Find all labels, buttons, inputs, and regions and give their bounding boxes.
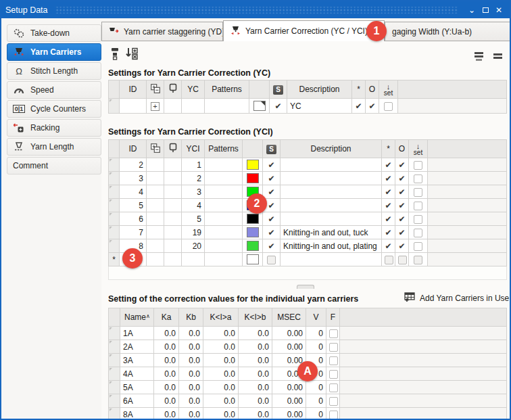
carrier-name-cell[interactable]: 5A [120,381,154,394]
v-cell[interactable]: 0 [306,408,326,420]
carrier-name-cell[interactable]: 4A [120,367,154,381]
sidebar-item-cycle-counters[interactable]: 0|1 Cycle Counters [7,100,101,118]
yci-description-cell[interactable]: Knitting-in and out, tuck [281,226,382,239]
row-selector[interactable] [109,199,120,212]
yci-color-cell[interactable] [243,239,263,253]
yci-color-cell[interactable] [243,226,263,239]
kb-cell[interactable]: 0.0 [179,327,203,340]
yci-set-checkbox[interactable] [409,253,428,266]
wide-row-height-icon[interactable] [489,48,506,64]
add-yarn-carriers-button[interactable]: Add Yarn Carriers in Use [404,292,509,304]
msec-cell[interactable]: 0.00 [272,327,306,340]
yci-value-cell[interactable]: 19 [182,226,205,239]
yc-o-cell[interactable]: ✔ [366,99,379,114]
yc-color-cell[interactable] [249,99,270,114]
yci-s-cell[interactable]: ✔ [263,172,281,185]
yci-description-cell[interactable] [281,253,382,266]
yci-color-swatch[interactable] [247,254,259,264]
yci-star-cell[interactable]: ✔ [382,158,395,172]
row-selector[interactable] [109,340,120,354]
kia-cell[interactable]: 0.0 [203,381,239,394]
yci-value-cell[interactable]: 20 [182,239,205,253]
f-checkbox[interactable] [326,408,340,420]
yci-set-checkbox[interactable] [409,239,428,253]
yci-value-cell[interactable]: 3 [182,185,205,199]
yci-id-cell[interactable]: 7 [120,226,147,239]
yci-expand-cell[interactable] [147,239,164,253]
yci-o-cell[interactable]: ✔ [395,172,409,185]
kib-cell[interactable]: 0.0 [239,394,272,408]
yci-color-cell[interactable] [243,253,263,266]
yci-star-cell[interactable] [382,253,395,266]
maximize-icon[interactable] [479,3,492,16]
sidebar-item-stitch-length[interactable]: Ω Stitch Length [7,62,101,80]
yci-star-cell[interactable]: ✔ [382,199,395,212]
yc-color-swatch[interactable] [253,101,266,111]
yci-carrier-cell[interactable] [164,199,182,212]
yci-s-cell[interactable]: ✔ [263,239,281,253]
v-cell[interactable]: 0 [306,340,326,354]
yci-o-cell[interactable]: ✔ [395,199,409,212]
sidebar-item-take-down[interactable]: Take-down [7,24,101,42]
ka-cell[interactable]: 0.0 [154,367,179,381]
yci-id-cell[interactable]: 5 [120,199,147,212]
kia-cell[interactable]: 0.0 [203,367,239,381]
v-cell[interactable]: 0 [306,381,326,394]
yci-set-checkbox[interactable] [409,158,428,172]
yci-o-cell[interactable]: ✔ [395,158,409,172]
yci-description-cell[interactable] [281,212,382,226]
row-selector[interactable] [109,226,120,239]
yci-patterns-cell[interactable] [205,226,243,239]
close-icon[interactable]: ✕ [492,3,506,16]
yci-description-cell[interactable] [281,172,382,185]
kib-cell[interactable]: 0.0 [239,327,272,340]
yc-value-cell[interactable] [182,99,205,114]
yci-color-swatch[interactable] [247,241,259,251]
kia-cell[interactable]: 0.0 [203,354,239,367]
kb-cell[interactable]: 0.0 [179,381,203,394]
row-selector[interactable] [109,99,120,114]
msec-cell[interactable]: 0.00 [272,408,306,420]
yci-s-cell[interactable] [263,253,281,266]
yci-s-cell[interactable]: ✔ [263,185,281,199]
kia-cell[interactable]: 0.0 [203,340,239,354]
correction-col-name[interactable]: Name∧ [120,308,154,327]
ka-cell[interactable]: 0.0 [154,340,179,354]
sidebar-item-comment[interactable]: Comment [7,157,101,174]
yci-star-cell[interactable]: ✔ [382,185,395,199]
yci-o-cell[interactable]: ✔ [395,239,409,253]
yci-carrier-cell[interactable] [164,185,182,199]
yci-value-cell[interactable]: 2 [182,172,205,185]
yci-patterns-cell[interactable] [205,199,243,212]
v-cell[interactable]: 0 [306,327,326,340]
yci-patterns-cell[interactable] [205,158,243,172]
yci-value-cell[interactable]: 1 [182,158,205,172]
row-selector[interactable] [109,158,120,172]
yci-id-cell[interactable]: 4 [120,185,147,199]
yci-set-checkbox[interactable] [409,185,428,199]
yci-star-cell[interactable]: ✔ [382,239,395,253]
new-row-marker[interactable]: * [109,253,120,266]
yci-star-cell[interactable]: ✔ [382,172,395,185]
yci-expand-cell[interactable] [147,212,164,226]
row-selector[interactable] [109,408,120,420]
kib-cell[interactable]: 0.0 [239,408,272,420]
row-selector[interactable] [109,239,120,253]
yci-carrier-cell[interactable] [164,226,182,239]
yci-set-checkbox[interactable] [409,212,428,226]
yci-value-cell[interactable] [182,253,205,266]
ka-cell[interactable]: 0.0 [154,408,179,420]
expand-row-button[interactable]: + [147,99,164,114]
carrier-name-cell[interactable]: 8A [120,408,154,420]
kb-cell[interactable]: 0.0 [179,340,203,354]
yci-carrier-cell[interactable] [164,172,182,185]
f-checkbox[interactable] [326,327,340,340]
yci-expand-cell[interactable] [147,199,164,212]
yci-color-cell[interactable] [243,212,263,226]
yci-expand-cell[interactable] [147,253,164,266]
f-checkbox[interactable] [326,381,340,394]
yci-color-swatch[interactable] [247,160,259,170]
kib-cell[interactable]: 0.0 [239,367,272,381]
f-checkbox[interactable] [326,367,340,381]
yci-description-cell[interactable] [281,185,382,199]
